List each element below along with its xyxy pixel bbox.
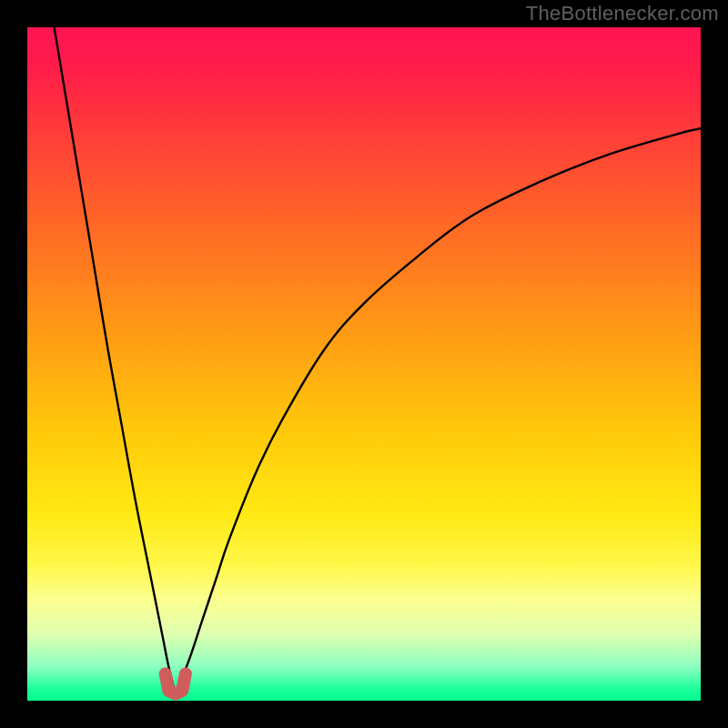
chart-frame: TheBottlenecker.com [0, 0, 728, 728]
curve-layer [27, 27, 701, 701]
curve-left-branch [55, 27, 176, 694]
optimal-marker [166, 673, 186, 693]
watermark-text: TheBottlenecker.com [526, 2, 719, 25]
curve-right-branch [176, 128, 701, 694]
plot-area [27, 27, 701, 701]
